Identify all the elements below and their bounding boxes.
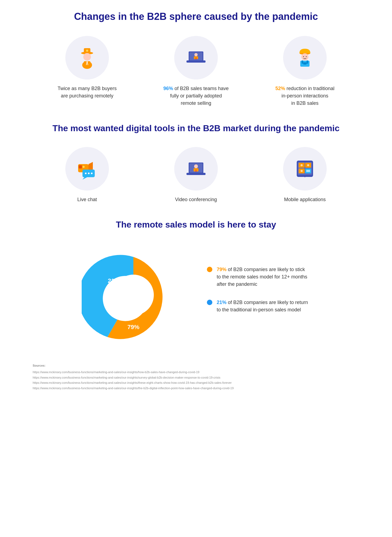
svg-point-2 bbox=[86, 50, 88, 52]
section1-icons-row: Twice as many B2B buyersare purchasing r… bbox=[33, 36, 359, 107]
source-link-4: https://www.mckinsey.com/business-functi… bbox=[33, 386, 359, 391]
legend-item-orange: 79% of B2B companies are likely to stick… bbox=[207, 266, 310, 288]
svg-point-15 bbox=[301, 53, 308, 60]
svg-point-11 bbox=[194, 53, 198, 56]
highlight-21: 21% bbox=[217, 300, 226, 305]
laptop-icon-circle bbox=[174, 36, 218, 79]
svg-point-24 bbox=[82, 166, 85, 168]
section1-item1-text: Twice as many B2B buyersare purchasing r… bbox=[57, 85, 117, 100]
mobile-icon-circle bbox=[283, 147, 327, 191]
section2-icons-row: Live chat Video conferencing bbox=[33, 147, 359, 203]
mobile-app-label: Mobile applications bbox=[284, 196, 326, 203]
section2-title: The most wanted digital tools in the B2B… bbox=[33, 123, 359, 133]
highlight-96: 96% bbox=[163, 86, 173, 91]
section-pandemic-changes: Changes in the B2B sphere caused by the … bbox=[33, 11, 359, 107]
buyer-icon-circle bbox=[65, 36, 109, 79]
donut-79-label: 79% bbox=[127, 324, 139, 330]
legend-item-blue: 21% of B2B companies are likely to retur… bbox=[207, 299, 310, 314]
donut-legend: 79% of B2B companies are likely to stick… bbox=[207, 266, 310, 324]
source-link-3: https://www.mckinsey.com/business-functi… bbox=[33, 380, 359, 386]
source-link-1: https://www.mckinsey.com/business-functi… bbox=[33, 370, 359, 375]
section1-item2-text: 96% of B2B sales teams havefully or part… bbox=[163, 85, 229, 107]
section1-item3-text: 52% reduction in traditionalin-person in… bbox=[275, 85, 334, 107]
donut-chart-wrapper: 79% 21% bbox=[82, 243, 185, 347]
highlight-52: 52% bbox=[275, 86, 285, 91]
legend-text-orange: 79% of B2B companies are likely to stick… bbox=[217, 266, 310, 288]
svg-point-44 bbox=[301, 164, 303, 166]
legend-text-blue: 21% of B2B companies are likely to retur… bbox=[217, 299, 310, 314]
laptop-selling-icon bbox=[184, 45, 208, 70]
live-chat-icon-circle bbox=[65, 147, 109, 191]
svg-rect-23 bbox=[79, 165, 82, 168]
source-link-2: https://www.mckinsey.com/business-functi… bbox=[33, 375, 359, 380]
svg-rect-21 bbox=[303, 62, 307, 65]
donut-chart: 79% 21% bbox=[82, 243, 185, 347]
svg-point-16 bbox=[303, 56, 304, 57]
worker-icon bbox=[293, 45, 317, 70]
svg-point-46 bbox=[301, 170, 303, 172]
live-chat-icon bbox=[75, 157, 99, 181]
video-conf-icon-circle bbox=[174, 147, 218, 191]
section-digital-tools: The most wanted digital tools in the B2B… bbox=[33, 123, 359, 203]
section-remote-sales: The remote sales model is here to stay bbox=[33, 220, 359, 347]
svg-point-39 bbox=[304, 176, 306, 177]
legend-dot-blue bbox=[207, 300, 212, 305]
worker-icon-circle bbox=[283, 36, 327, 79]
svg-point-30 bbox=[91, 173, 93, 174]
section1-item-2: 96% of B2B sales teams havefully or part… bbox=[155, 36, 237, 107]
section2-item-mobile: Mobile applications bbox=[264, 147, 346, 203]
donut-container: 79% 21% 79% of B2B companies are likely … bbox=[33, 243, 359, 347]
svg-rect-20 bbox=[307, 60, 308, 64]
svg-point-29 bbox=[88, 173, 90, 174]
section2-item-live-chat: Live chat bbox=[46, 147, 128, 203]
sources-title: Sources: bbox=[33, 363, 359, 369]
section1-item-3: 52% reduction in traditionalin-person in… bbox=[264, 36, 346, 107]
svg-point-17 bbox=[306, 56, 307, 57]
svg-marker-27 bbox=[82, 177, 87, 180]
svg-rect-19 bbox=[302, 60, 303, 64]
svg-point-45 bbox=[307, 164, 309, 166]
section3-title: The remote sales model is here to stay bbox=[33, 220, 359, 230]
section1-item-1: Twice as many B2B buyersare purchasing r… bbox=[46, 36, 128, 100]
section1-title: Changes in the B2B sphere caused by the … bbox=[33, 11, 359, 22]
svg-rect-47 bbox=[306, 170, 310, 172]
sources-section: Sources: https://www.mckinsey.com/busine… bbox=[33, 363, 359, 391]
svg-point-3 bbox=[83, 53, 91, 61]
donut-21-label: 21% bbox=[108, 277, 120, 284]
live-chat-label: Live chat bbox=[77, 196, 97, 203]
legend-dot-orange bbox=[207, 267, 212, 272]
highlight-79: 79% bbox=[217, 267, 226, 272]
svg-point-28 bbox=[85, 173, 87, 174]
video-conf-label: Video conferencing bbox=[175, 196, 217, 203]
section2-item-video-conf: Video conferencing bbox=[155, 147, 237, 203]
svg-point-34 bbox=[194, 164, 198, 168]
mobile-app-icon bbox=[293, 157, 317, 181]
video-conf-icon bbox=[184, 157, 208, 181]
buyer-icon bbox=[75, 45, 99, 70]
